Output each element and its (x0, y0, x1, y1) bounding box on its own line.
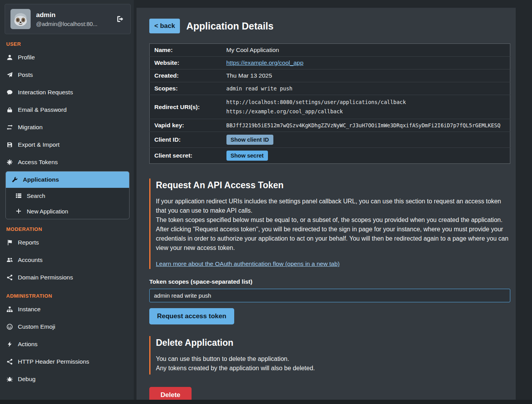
sitemap-icon (6, 306, 13, 312)
table-row: Website: https://example.org/cool_app (150, 57, 510, 69)
sidebar-item-label: Debug (18, 376, 36, 383)
sidebar-item-new-application[interactable]: New Application (6, 203, 129, 219)
share-nodes-icon (6, 358, 13, 365)
sidebar-item-label: Actions (18, 341, 38, 348)
request-token-section: Request An API Access Token If your appl… (149, 179, 510, 269)
sidebar-item-custom-emoji[interactable]: Custom Emoji (0, 318, 134, 335)
user-name: admin (36, 11, 97, 19)
logout-icon[interactable] (116, 15, 124, 23)
sidebar-item-label: Posts (18, 71, 33, 78)
back-button[interactable]: < back (149, 19, 180, 33)
certificate-icon (6, 159, 13, 165)
sidebar-item-debug[interactable]: Debug (0, 370, 134, 388)
table-row: Vapid key: BBJffJ219b5iE512m7wQSzv4KgKDh… (150, 119, 510, 132)
request-token-paragraph: The token scopes specified below must be… (156, 215, 510, 225)
sidebar-item-http-header-permissions[interactable]: HTTP Header Permissions (0, 353, 134, 370)
sidebar-item-profile[interactable]: Profile (0, 49, 134, 66)
paper-plane-icon (6, 71, 13, 78)
row-label: Redirect URI(s): (150, 95, 222, 119)
sidebar-item-label: Domain Permissions (18, 274, 73, 281)
sidebar: admin @admin@localhost:80... USER Profil… (0, 0, 134, 404)
table-row: Redirect URI(s): http://localhost:8080/s… (150, 95, 510, 119)
row-label: Client ID: (150, 132, 222, 148)
row-label: Created: (150, 69, 222, 82)
user-handle: @admin@localhost:80... (36, 21, 97, 27)
plus-icon (15, 208, 22, 215)
sidebar-item-interaction-requests[interactable]: Interaction Requests (0, 83, 134, 101)
delete-heading: Delete Application (156, 338, 510, 348)
sidebar-item-label: Export & Import (18, 141, 60, 148)
sidebar-item-search[interactable]: Search (6, 188, 129, 203)
table-row: Client secret: Show secret (150, 148, 510, 164)
show-secret-button[interactable]: Show secret (226, 151, 268, 161)
application-details-table: Name: My Cool Application Website: https… (149, 43, 510, 164)
bug-icon (6, 376, 13, 382)
sidebar-item-accounts[interactable]: Accounts (0, 251, 134, 269)
sidebar-item-posts[interactable]: Posts (0, 66, 134, 83)
exchange-icon (6, 124, 13, 130)
sidebar-item-label: Custom Emoji (18, 323, 55, 330)
row-label: Vapid key: (150, 119, 222, 132)
table-row: Client ID: Show client ID (150, 132, 510, 148)
oauth-docs-link[interactable]: Learn more about the OAuth authenticatio… (156, 260, 340, 267)
section-label-administration: ADMINISTRATION (6, 293, 134, 299)
table-row: Scopes: admin read write push (150, 82, 510, 95)
sidebar-item-label: Accounts (18, 257, 43, 264)
sidebar-item-label: Migration (18, 124, 43, 131)
delete-button[interactable]: Delete (149, 387, 192, 400)
sidebar-item-actions[interactable]: Actions (0, 335, 134, 353)
token-scopes-input[interactable] (149, 289, 510, 302)
comment-icon (6, 89, 13, 95)
show-client-id-button[interactable]: Show client ID (226, 135, 273, 145)
redirect-uri-value: https://example.org/cool_app/callback (226, 107, 506, 116)
flag-icon (6, 239, 13, 246)
sidebar-item-export-import[interactable]: Export & Import (0, 136, 134, 153)
list-icon (15, 192, 22, 199)
delete-line: Any tokens created by the application wi… (156, 364, 510, 373)
main-content: < back Application Details Name: My Cool… (136, 8, 516, 400)
applications-submenu: Search New Application (6, 188, 129, 219)
section-label-moderation: MODERATION (6, 226, 134, 232)
avatar (10, 9, 31, 29)
user-icon (6, 54, 13, 61)
sidebar-item-migration[interactable]: Migration (0, 118, 134, 136)
main-wrapper: < back Application Details Name: My Cool… (134, 0, 532, 404)
table-row: Name: My Cool Application (150, 44, 510, 57)
sidebar-item-label: Applications (23, 176, 59, 183)
row-label: Scopes: (150, 82, 222, 95)
section-label-user: USER (6, 41, 134, 47)
sidebar-item-applications[interactable]: Applications (6, 172, 129, 188)
delete-line: You can use this button to delete the ap… (156, 354, 510, 364)
lock-icon (6, 106, 13, 113)
scopes-value: admin read write push (226, 85, 293, 92)
sidebar-item-access-tokens[interactable]: Access Tokens (0, 153, 134, 171)
sidebar-item-label: New Application (27, 208, 68, 215)
floppy-disk-icon (6, 141, 13, 148)
tools-icon (11, 177, 18, 183)
redirect-uri-value: http://localhost:8080/settings/user/appl… (226, 98, 506, 107)
page-header: < back Application Details (149, 19, 510, 33)
page-title: Application Details (186, 21, 273, 32)
sidebar-item-label: Reports (18, 239, 39, 246)
request-token-heading: Request An API Access Token (156, 180, 510, 191)
app-name-value: My Cool Application (222, 44, 510, 57)
smiley-icon (6, 323, 13, 330)
request-token-paragraph: After clicking "Request access token", y… (156, 225, 510, 253)
sidebar-item-reports[interactable]: Reports (0, 234, 134, 251)
sidebar-item-label: Interaction Requests (18, 89, 73, 96)
row-label: Name: (150, 44, 222, 57)
row-label: Website: (150, 57, 222, 69)
vapid-key-value: BBJffJ219b5iE512m7wQSzv4KgKDhgZZVzNyWC_r… (226, 122, 501, 128)
token-scopes-label: Token scopes (space-separated list) (149, 278, 510, 285)
sidebar-item-label: Access Tokens (18, 159, 58, 166)
horizontal-scrollbar-track[interactable] (0, 400, 532, 404)
sidebar-item-email-password[interactable]: Email & Password (0, 101, 134, 118)
sidebar-item-domain-permissions[interactable]: Domain Permissions (0, 269, 134, 286)
user-card[interactable]: admin @admin@localhost:80... (5, 4, 131, 34)
applications-group: Applications Search New Application (5, 171, 130, 219)
request-access-token-button[interactable]: Request access token (149, 308, 234, 324)
sidebar-item-label: Profile (18, 54, 35, 61)
bolt-icon (6, 341, 13, 347)
sidebar-item-instance[interactable]: Instance (0, 300, 134, 318)
website-link[interactable]: https://example.org/cool_app (226, 59, 304, 66)
